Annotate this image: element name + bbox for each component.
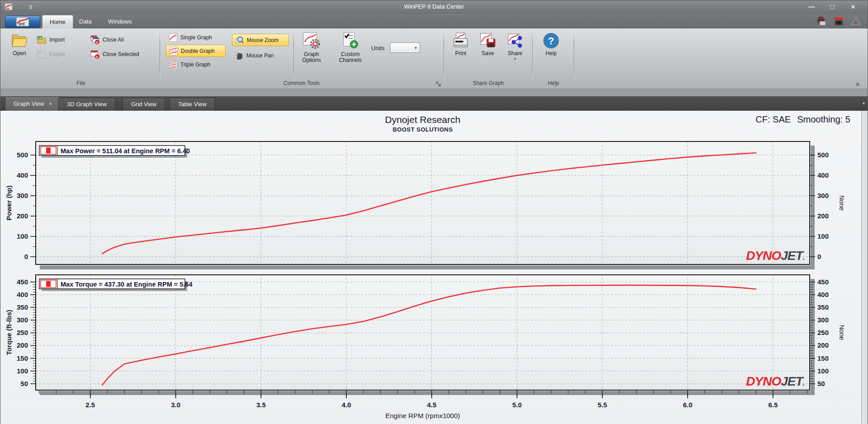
maximize-button[interactable]: □ xyxy=(826,2,839,11)
window-title: WinPEP 8 Data Center xyxy=(0,3,868,10)
single-graph-label: Single Graph xyxy=(180,34,212,41)
svg-text:450: 450 xyxy=(17,278,28,286)
print-icon xyxy=(452,32,469,49)
svg-text:300: 300 xyxy=(817,316,829,324)
tab-graph-view[interactable]: Graph View × xyxy=(5,96,61,111)
svg-text:0: 0 xyxy=(24,253,28,260)
graph-panel: Dynojet Research BOOST SOLUTIONS CF: SAE… xyxy=(0,111,862,424)
mouse-zoom-label: Mouse Zoom xyxy=(247,37,278,43)
triple-graph-label: Triple Graph xyxy=(180,61,210,68)
units-dropdown[interactable]: ▾ xyxy=(390,42,420,53)
group-separator xyxy=(293,30,294,81)
svg-text:250: 250 xyxy=(817,329,829,336)
svg-text:200: 200 xyxy=(17,212,28,220)
svg-text:None: None xyxy=(838,325,845,340)
group-separator xyxy=(160,30,160,81)
tab-scroll-down-icon[interactable]: ▾ xyxy=(863,101,865,106)
svg-text:400: 400 xyxy=(817,291,829,298)
svg-text:4.5: 4.5 xyxy=(427,401,436,409)
mouse-zoom-button[interactable]: Mouse Zoom xyxy=(232,34,289,46)
save-label: Save xyxy=(481,51,494,57)
tab-home[interactable]: Home xyxy=(42,15,73,28)
tab-3d-graph-view[interactable]: 3D Graph View xyxy=(58,98,115,111)
help-button[interactable]: ? Help xyxy=(539,32,563,57)
open-button[interactable]: Open xyxy=(8,32,31,57)
mouse-pan-label: Mouse Pan xyxy=(246,52,274,59)
print-button[interactable]: Print xyxy=(449,32,472,57)
svg-text:300: 300 xyxy=(17,316,28,324)
graph-view-label: Graph View xyxy=(14,97,44,111)
svg-text:None: None xyxy=(838,195,845,211)
graph-options-icon xyxy=(302,31,321,50)
svg-text:100: 100 xyxy=(817,367,829,375)
dynojet-watermark: DYNOJET. xyxy=(746,374,804,388)
winpep-mini-icon[interactable] xyxy=(816,16,827,27)
open-label: Open xyxy=(13,51,26,57)
help-icon: ? xyxy=(542,32,560,49)
close-all-button[interactable]: x Close All xyxy=(90,34,124,46)
tab-close-icon[interactable]: × xyxy=(49,100,52,107)
minimize-button[interactable]: — xyxy=(805,2,818,11)
svg-text:6.5: 6.5 xyxy=(768,401,778,409)
triple-graph-button[interactable]: Triple Graph xyxy=(166,58,226,71)
double-graph-button[interactable]: Double Graph xyxy=(166,45,226,57)
group-label-help: Help xyxy=(534,80,573,86)
close-button[interactable]: × xyxy=(847,2,859,11)
graph-options-button[interactable]: Graph Options xyxy=(295,31,328,63)
group-label-common-tools: Common Tools xyxy=(161,80,442,86)
mouse-pan-button[interactable]: Mouse Pan xyxy=(232,49,289,61)
custom-channels-button[interactable]: Custom Channels xyxy=(333,31,368,63)
vertical-scrollbar[interactable] xyxy=(861,111,868,424)
svg-text:500: 500 xyxy=(817,151,829,159)
tab-grid-view[interactable]: Grid View xyxy=(123,98,165,111)
single-graph-button[interactable]: Single Graph xyxy=(166,31,226,43)
grid-view-label: Grid View xyxy=(131,98,156,111)
mouse-pan-icon xyxy=(235,51,244,60)
export-csv-icon: CSV xyxy=(37,49,47,59)
double-graph-label: Double Graph xyxy=(181,48,215,54)
svg-text:350: 350 xyxy=(817,303,829,311)
collapse-ribbon-icon[interactable]: ʌ xyxy=(854,82,861,88)
import-button[interactable]: CSV Import xyxy=(37,34,65,46)
share-icon xyxy=(506,32,524,49)
svg-text:350: 350 xyxy=(17,303,28,311)
graph-options-label: Graph Options xyxy=(295,52,328,63)
share-label: Share xyxy=(508,51,522,57)
power-graph-legend: Max Power = 511.04 at Engine RPM = 6.40 xyxy=(39,146,190,158)
svg-text:4.0: 4.0 xyxy=(342,401,351,409)
help-label: Help xyxy=(546,51,557,57)
window-gap xyxy=(0,89,868,96)
svg-text:50: 50 xyxy=(20,380,28,387)
winpep-window: ⊽ WinPEP 8 Data Center — □ × W8 Home Dat… xyxy=(0,0,868,424)
save-icon xyxy=(479,32,496,49)
group-label-file: File xyxy=(4,80,158,86)
title-bar: ⊽ WinPEP 8 Data Center — □ × xyxy=(0,0,868,14)
svg-text:200: 200 xyxy=(817,212,829,220)
tab-windows[interactable]: Windows xyxy=(101,15,139,28)
svg-text:Power (hp): Power (hp) xyxy=(5,185,13,221)
torque-graph-legend: Max Torque = 437.30 at Engine RPM = 5.64 xyxy=(39,279,192,291)
svg-text:x: x xyxy=(96,40,98,44)
svg-text:100: 100 xyxy=(17,232,28,240)
svg-text:400: 400 xyxy=(17,171,28,179)
close-all-label: Close All xyxy=(103,37,124,43)
svg-text:?: ? xyxy=(548,35,554,47)
dyno-device-icon[interactable] xyxy=(833,16,844,27)
ribbon: Open CSV Import CSV Export x C xyxy=(0,28,868,89)
share-button[interactable]: Share ▾ xyxy=(503,32,527,60)
winpep-logo-icon: W8 xyxy=(14,16,32,27)
dynojet-watermark: DYNOJET. xyxy=(746,249,804,263)
application-button[interactable]: W8 xyxy=(5,15,40,28)
close-selected-button[interactable]: x Close Selected xyxy=(90,48,139,60)
view-tab-strip: Graph View × 3D Graph View Grid View Tab… xyxy=(0,96,868,111)
group-label-share-graph: Share Graph xyxy=(445,80,531,86)
warning-triangle-icon[interactable] xyxy=(850,16,861,27)
group-separator xyxy=(574,30,575,81)
tab-table-view[interactable]: Table View xyxy=(170,98,215,111)
svg-text:CSV: CSV xyxy=(38,37,43,39)
tab-data[interactable]: Data xyxy=(72,15,99,28)
svg-text:Max Power = 511.04 at Engine R: Max Power = 511.04 at Engine RPM = 6.40 xyxy=(61,147,190,155)
svg-text:Engine RPM (rpmx1000): Engine RPM (rpmx1000) xyxy=(385,412,460,419)
svg-text:6.0: 6.0 xyxy=(683,401,693,409)
save-button[interactable]: Save xyxy=(476,32,500,57)
